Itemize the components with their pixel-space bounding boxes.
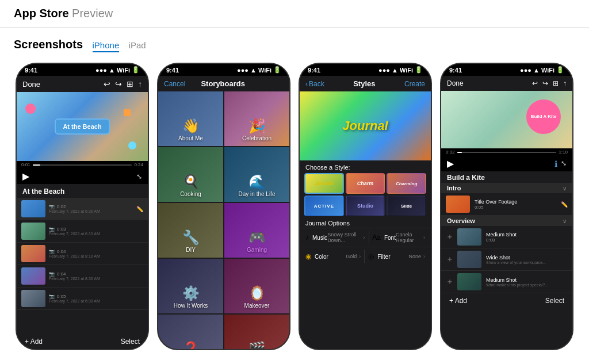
phone3-nav-title: Styles (353, 79, 375, 88)
phone3-separator-1 (369, 231, 369, 244)
phone3-create-button[interactable]: Create (404, 80, 425, 88)
phone1-done-button[interactable]: Done (22, 80, 40, 89)
phone1-share-icon[interactable]: ↑ (138, 79, 142, 89)
phone2-cell-day-in-life[interactable]: 🌊 Day in the Life (224, 147, 289, 202)
phone2-gaming-icon: 🎮 (248, 229, 266, 246)
phone4-overview-add-2-icon[interactable]: ＋ (446, 254, 454, 265)
phone1-clip-1-edit-icon[interactable]: ✏️ (136, 206, 143, 212)
phone1-nav: Done ↩ ↪ ⊞ ↑ (17, 76, 148, 92)
phone4-intro-clip-1[interactable]: Title Over Footage 0:05 ✏️ (441, 193, 572, 216)
phone4-intro-clip-info: Title Over Footage 0:05 (475, 199, 561, 210)
phone4-overview-label: Overview (447, 217, 475, 224)
phone3-color-value: Gold (346, 254, 357, 259)
phone2-cell-film[interactable]: 🎬 Film (224, 315, 289, 349)
phone4-status-icons: ●●●▲WiFi🔋 (520, 66, 564, 74)
phone2-diy-icon: 🔧 (182, 229, 200, 246)
phone4-overview-clip-2[interactable]: ＋ Wide Shot Show a view of your workspac… (441, 248, 572, 271)
phone3-font-arrow: › (423, 235, 425, 240)
phone2-cell-gaming[interactable]: 🎮 Gaming (224, 203, 289, 258)
phone4-overview-clip-2-info: Wide Shot Show a view of your workspace.… (486, 255, 568, 265)
phone2-cell-cooking[interactable]: 🍳 Cooking (158, 147, 223, 202)
tab-ipad[interactable]: iPad (129, 40, 146, 50)
phone2-cell-qa[interactable]: ❓ Q&A (158, 315, 223, 349)
phone1-undo-icon[interactable]: ↩ (104, 79, 110, 89)
phone4-overview-thumb-2 (457, 251, 481, 268)
phone2-status-icons: ●●●▲WiFi🔋 (237, 66, 281, 74)
phone4-overview-add-1-icon[interactable]: ＋ (446, 232, 454, 242)
phone3-style-charming[interactable]: Charming (387, 173, 426, 194)
phone2-cell-how-it-works[interactable]: ⚙️ How It Works (158, 259, 223, 313)
phone3-font-key: Font (384, 235, 396, 241)
phone4-redo-icon[interactable]: ↪ (542, 79, 548, 87)
phone4-nav-icons: ↩ ↪ ⊞ ↑ (532, 79, 567, 87)
phone4-fullscreen-icon[interactable]: ⤡ (561, 159, 567, 168)
phone1-timeline[interactable]: 0:01 0:24 (17, 161, 148, 168)
phone1-fullscreen-icon[interactable]: ⤡ (136, 173, 142, 181)
phone1-select-button[interactable]: Select (121, 338, 140, 346)
phone3-style-studio[interactable]: Studio (346, 196, 385, 216)
phone2-cell-about-me[interactable]: 👋 About Me (158, 91, 223, 146)
phone1-progress-bar[interactable] (33, 164, 132, 166)
phone3-color-arrow: › (359, 254, 361, 259)
phone4-layout-icon[interactable]: ⊞ (553, 79, 559, 87)
phone4-select-button[interactable]: Select (545, 297, 564, 305)
phone4-add-button[interactable]: + Add (449, 297, 467, 305)
phone3-style-journal[interactable]: Journal (304, 173, 344, 194)
phone2-dayinlife-icon: 🌊 (248, 174, 266, 190)
phone4-overview-clip-3[interactable]: ＋ Medium Shot What makes this project sp… (441, 271, 572, 293)
phone4-timeline[interactable]: 0:02 1:10 (441, 148, 572, 156)
phone2-storyboard-grid: 👋 About Me 🎉 Celebration 🍳 Cooking 🌊 Day… (158, 91, 289, 349)
phone4-overview-add-3-icon[interactable]: ＋ (446, 277, 454, 287)
phone3-style-charm[interactable]: Charm (346, 173, 385, 194)
phone1-clip-list: 📷 0:02 February 7, 2022 at 6:30 AM ✏️ 📷 … (17, 198, 148, 334)
tab-iphone[interactable]: iPhone (93, 40, 120, 52)
phone1-clip-1-info: 📷 0:02 February 7, 2022 at 6:30 AM (49, 204, 136, 213)
phone4-intro-clip-edit-icon[interactable]: ✏️ (561, 201, 568, 208)
phone4-progress-bar[interactable] (457, 152, 557, 153)
phone4-title-bubble: Build A Kite (526, 99, 561, 134)
phone3-hero-text: Journal (342, 118, 388, 133)
phone3-status-icons: ●●●▲WiFi🔋 (378, 66, 423, 74)
phone2-cancel-button[interactable]: Cancel (164, 80, 185, 88)
phone2-celebration-label: Celebration (242, 135, 271, 141)
phones-container: 9:41 ●●●▲WiFi🔋 Done ↩ ↪ ⊞ ↑ At the Beach (0, 58, 589, 355)
phone4-overview-clip-3-info: Medium Shot What makes this project spec… (486, 277, 568, 287)
phone4-share-icon[interactable]: ↑ (563, 79, 567, 87)
phone2-aboutme-icon: 👋 (182, 118, 200, 134)
phone1-preview-title: At the Beach (55, 118, 109, 135)
phone4-undo-icon[interactable]: ↩ (532, 79, 538, 87)
phone4-play-button[interactable]: ▶ (447, 158, 454, 169)
phone2-cell-makeover[interactable]: 🪞 Makeover (224, 259, 289, 313)
phone4-info-icon[interactable]: ℹ (554, 159, 557, 168)
phone2-cell-diy[interactable]: 🔧 DIY (158, 203, 223, 258)
phone1-layout-icon[interactable]: ⊞ (127, 79, 133, 89)
phone1-thumb-3 (21, 245, 45, 262)
phone1-clip-2[interactable]: 📷 0:03 February 7, 2022 at 6:10 AM (17, 220, 148, 243)
phone4-overview-clip-1[interactable]: ＋ Medium Shot 0:08 (441, 226, 572, 248)
phone1-decoration-1 (25, 104, 36, 114)
phone4-overview-header[interactable]: Overview ∨ (441, 216, 572, 226)
phone1-clip-5[interactable]: 📷 0:05 February 7, 2022 at 6:30 AM (17, 288, 148, 310)
phone1-section-title: At the Beach (17, 184, 148, 198)
phone2-status-bar: 9:41 ●●●▲WiFi🔋 (158, 64, 289, 76)
phone3-style-active[interactable]: ACTIVE (304, 196, 344, 216)
phone1-decoration-3 (124, 109, 131, 116)
phone1-clip-2-info: 📷 0:03 February 7, 2022 at 6:10 AM (49, 227, 143, 236)
phone3-option-music[interactable]: ♪ Music Snowy Stroll Down... › Aa Font C… (300, 228, 431, 247)
phone4-intro-header[interactable]: Intro ∨ (441, 183, 572, 193)
phone1-add-button[interactable]: + Add (25, 338, 43, 346)
phone1-clip-2-date: February 7, 2022 at 6:10 AM (49, 232, 143, 236)
phone1-play-button[interactable]: ▶ (22, 171, 29, 182)
phone2-cell-celebration[interactable]: 🎉 Celebration (224, 91, 289, 146)
phone1-clip-1[interactable]: 📷 0:02 February 7, 2022 at 6:30 AM ✏️ (17, 198, 148, 220)
phone4-done-button[interactable]: Done (447, 79, 464, 87)
phone1-clip-3[interactable]: 📷 0:04 February 7, 2022 at 8:10 AM (17, 243, 148, 265)
phone2-dayinlife-label: Day in the Life (239, 191, 276, 197)
phone1-redo-icon[interactable]: ↪ (115, 79, 122, 89)
phone1-thumb-2 (21, 223, 45, 240)
phone3-style-slide[interactable]: Slide (387, 196, 426, 216)
phone3-option-color[interactable]: ◉ Color Gold › ◎ Filter None › (300, 247, 431, 266)
phone3-back-button[interactable]: ‹ Back (305, 80, 324, 88)
phone1-clip-4[interactable]: 📷 0:04 February 7, 2022 at 8:30 AM (17, 265, 148, 288)
phone4-overview-clip-3-title: Medium Shot (486, 277, 568, 283)
